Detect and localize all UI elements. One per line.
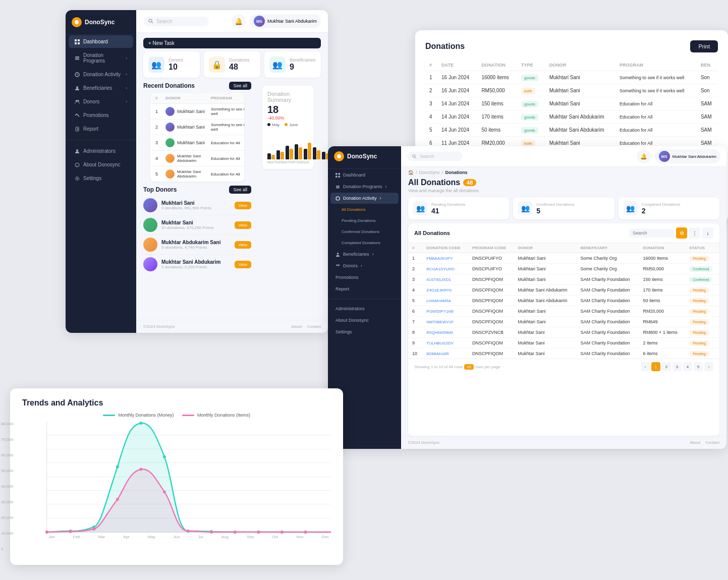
svg-line-35 <box>415 157 416 158</box>
arrow-icon: › <box>380 196 381 201</box>
view-donor-button[interactable]: View <box>235 221 251 229</box>
pink-line <box>47 469 331 532</box>
view-donor-button[interactable]: View <box>235 261 251 268</box>
pink-dot <box>139 468 142 471</box>
page-1[interactable]: 1 <box>651 362 660 371</box>
svg-rect-12 <box>76 127 79 131</box>
ad-user-badge: MS Mukhtar Sani Abdukarim <box>655 149 720 163</box>
sidebar-item-report[interactable]: Report <box>69 123 133 135</box>
ad-sidebar-pending[interactable]: Pending Donations <box>330 215 399 226</box>
ad-sidebar-about[interactable]: About Donosync <box>330 315 399 326</box>
col-donor: DONOR <box>545 60 615 71</box>
ad-logo-text: DonoSync <box>347 153 377 160</box>
col-status: STATUS <box>685 243 719 253</box>
see-all-donations-button[interactable]: See all <box>229 82 251 90</box>
search-box[interactable]: Search <box>143 17 209 26</box>
footer-about[interactable]: About <box>291 324 302 329</box>
ad-sidebar-administrators[interactable]: Administrators <box>330 303 399 314</box>
sidebar-item-dashboard[interactable]: Dashboard <box>69 35 133 48</box>
see-all-donors-button[interactable]: See all <box>229 186 251 194</box>
report-icon <box>75 127 80 132</box>
prev-page[interactable]: ‹ <box>641 362 650 371</box>
teal-dot <box>116 466 119 469</box>
pink-dot <box>45 531 48 534</box>
main-sidebar: DonoSync Dashboard Donation Programs › D… <box>66 10 136 333</box>
ad-search-box[interactable]: Search <box>407 152 463 161</box>
search-icon <box>148 19 153 24</box>
table-row: 1 FM8AA2KVPY DNSCPUIFYO Mukhtari Sani So… <box>408 253 719 264</box>
filter-icon-btn[interactable]: ⚙ <box>676 227 687 239</box>
beneficiaries-stat-icon: 👥 <box>269 56 286 73</box>
svg-rect-7 <box>75 59 79 60</box>
count-badge: 48 <box>463 179 476 186</box>
ad-sidebar-promotions[interactable]: Promotions <box>330 272 399 283</box>
sidebar-item-donation-programs[interactable]: Donation Programs › <box>69 49 133 67</box>
sidebar-label: Settings <box>83 176 101 181</box>
all-donations-card: DonoSync Dashboard Donation Programs › D… <box>328 146 726 449</box>
rows-per-page[interactable]: 10 <box>464 364 474 370</box>
summary-title: Donation Summary <box>267 91 309 103</box>
sidebar-item-about[interactable]: i About Donosync <box>69 158 133 171</box>
next-page[interactable]: › <box>704 362 713 371</box>
ad-sidebar-beneficiaries[interactable]: Beneficiaries › <box>330 249 399 260</box>
col-donation: DONATION <box>639 243 686 253</box>
arrow-icon: › <box>126 56 127 61</box>
ad-sidebar-completed[interactable]: Completed Donations <box>330 238 399 248</box>
ad-sidebar-programs[interactable]: Donation Programs › <box>330 181 399 192</box>
sidebar-item-administrators[interactable]: Administrators <box>69 145 133 157</box>
label: Promotions <box>335 275 359 280</box>
sidebar-label: Administrators <box>83 148 116 154</box>
sidebar-item-donation-activity[interactable]: Donation Activity › <box>69 68 133 81</box>
topbar-right: 🔔 MS Mukhtar Sani Abdukarim <box>232 14 321 28</box>
ad-footer-about[interactable]: About <box>690 440 700 445</box>
page-3[interactable]: 3 <box>673 362 682 371</box>
print-button[interactable]: Print <box>690 40 718 52</box>
view-donor-button[interactable]: View <box>235 202 251 209</box>
user-badge: MS Mukhtar Sani Abdukarim <box>250 14 321 28</box>
chart-wrapper: 80,000 70,000 60,000 50,000 40,000 30,00… <box>22 422 331 551</box>
programs-icon <box>75 55 80 61</box>
sidebar-item-donors[interactable]: Donors › <box>69 95 133 108</box>
page-2[interactable]: 2 <box>662 362 671 371</box>
y-labels: 80,000 70,000 60,000 50,000 40,000 30,00… <box>1 422 13 551</box>
pink-dot <box>234 531 237 534</box>
beneficiaries-value: 9 <box>290 63 316 72</box>
beneficiaries-icon <box>335 252 340 257</box>
page-4[interactable]: 4 <box>683 362 692 371</box>
beneficiaries-label: Beneficiaries <box>290 57 316 63</box>
table-row: 4 14 Jun 2024 170 items goods Mukhtar Sa… <box>425 110 718 124</box>
label: Donation Activity <box>343 196 377 201</box>
export-icon-btn[interactable]: ↓ <box>702 227 713 239</box>
table-header: # DONOR PROGRAM DONATION DATE <box>150 93 244 104</box>
footer-contact[interactable]: Contact <box>307 324 321 329</box>
col-date: DATE <box>437 60 477 71</box>
ad-sidebar-report[interactable]: Report <box>330 283 399 295</box>
page-title: All Donations <box>408 178 460 187</box>
sidebar-item-settings[interactable]: Settings <box>69 172 133 185</box>
ad-footer-contact[interactable]: Contact <box>705 440 719 445</box>
teal-dot <box>163 455 166 458</box>
label: Donors <box>343 263 358 268</box>
ad-notification-icon[interactable]: 🔔 <box>637 149 651 163</box>
new-task-button[interactable]: + New Task <box>143 38 321 48</box>
ad-sidebar-confirmed[interactable]: Confirmed Donations <box>330 226 399 237</box>
notification-icon[interactable]: 🔔 <box>232 14 246 28</box>
svg-point-32 <box>337 264 338 266</box>
sort-icon-btn[interactable]: ⋮ <box>689 227 700 239</box>
trends-legend: Monthly Donations (Money) Monthly Donati… <box>22 413 331 418</box>
ad-sidebar-activity[interactable]: Donation Activity › <box>330 193 399 204</box>
ad-sidebar-donors[interactable]: Donors › <box>330 260 399 271</box>
confirmed-label: Confirmed Donations <box>536 202 574 207</box>
page-5[interactable]: 5 <box>694 362 703 371</box>
sidebar-item-promotions[interactable]: Promotions <box>69 109 133 122</box>
activity-icon <box>75 72 80 77</box>
all-donations-table-section: All Donations ⚙ ⋮ ↓ # DONATION CODE PROG… <box>408 223 719 436</box>
sidebar-item-beneficiaries[interactable]: Beneficiaries › <box>69 82 133 94</box>
ad-sidebar-settings[interactable]: Settings <box>330 326 399 337</box>
topbar: Search 🔔 MS Mukhtar Sani Abdukarim <box>136 10 328 33</box>
donor-sub: 37 donations, 670,260 Points <box>161 225 231 230</box>
adt-search-input[interactable] <box>629 228 674 238</box>
ad-sidebar-all-donations[interactable]: All Donations <box>330 204 399 215</box>
view-donor-button[interactable]: View <box>235 241 251 249</box>
ad-sidebar-dashboard[interactable]: Dashboard <box>330 169 399 181</box>
